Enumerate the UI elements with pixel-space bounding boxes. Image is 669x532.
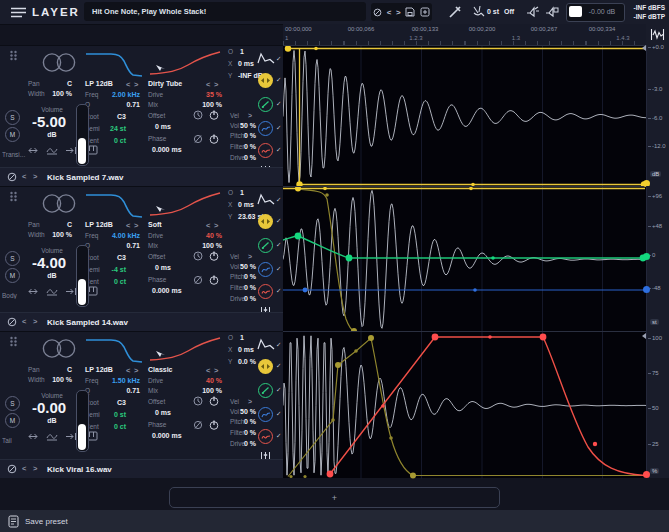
reverse-icon[interactable]: [27, 146, 39, 155]
volume-envelope-icon[interactable]: [258, 359, 273, 374]
tune-value[interactable]: 0 st: [487, 8, 499, 15]
adsr-envelope-icon[interactable]: [257, 193, 275, 206]
layer-name[interactable]: Body: [2, 292, 26, 299]
filter-mod-value[interactable]: 0 %: [232, 429, 256, 436]
pan-value[interactable]: C: [44, 221, 72, 228]
solo-button[interactable]: S: [5, 110, 20, 125]
filter-mod-value[interactable]: 0 %: [232, 143, 256, 150]
check-icon[interactable]: ✓: [276, 386, 281, 394]
drive-value[interactable]: 40 %: [170, 377, 222, 384]
mute-button[interactable]: M: [5, 413, 20, 428]
drive-curve-graph[interactable]: [146, 47, 224, 77]
save-preset-icon[interactable]: [8, 515, 19, 528]
pitch-envelope-2[interactable]: [283, 236, 645, 258]
sample-bypass-icon[interactable]: [7, 464, 17, 474]
filter-prev-icon[interactable]: <: [126, 222, 130, 229]
offset-power-icon[interactable]: [209, 110, 219, 120]
phase-value[interactable]: 0.000 ms: [152, 287, 182, 294]
check-icon[interactable]: ✓: [276, 410, 281, 418]
drive-envelope-icon[interactable]: [258, 143, 273, 158]
output-gain-box[interactable]: -0.00 dB: [566, 3, 625, 22]
next-sample-icon[interactable]: >: [33, 465, 37, 472]
layer-drag-handle-icon[interactable]: [9, 50, 18, 61]
freq-value[interactable]: 4.00 kHz: [98, 232, 140, 239]
drive-next-icon[interactable]: >: [214, 367, 218, 374]
volume-fader[interactable]: [76, 104, 89, 166]
semi-value[interactable]: 24 st: [98, 125, 126, 132]
filter-envelope-icon[interactable]: [258, 407, 273, 422]
filter-next-icon[interactable]: >: [134, 81, 138, 88]
drive-value[interactable]: 35 %: [170, 91, 222, 98]
wave-panel-3[interactable]: [283, 331, 646, 478]
check-icon[interactable]: ✓: [276, 217, 281, 225]
phase-power-icon[interactable]: [209, 420, 219, 430]
volume-fader-handle[interactable]: [78, 138, 86, 164]
filter-curve-graph[interactable]: [85, 188, 143, 218]
cent-value[interactable]: 0 ct: [98, 423, 126, 430]
sample-file-row[interactable]: < > Kick Sampled 7.wav: [0, 167, 283, 186]
snap-end-icon[interactable]: [65, 432, 77, 441]
waveform-zoom-corner[interactable]: [646, 24, 669, 45]
save-preset-button[interactable]: Save preset: [25, 517, 68, 526]
mute-button[interactable]: M: [5, 268, 20, 283]
filter-prev-icon[interactable]: <: [126, 367, 130, 374]
check-icon[interactable]: ✓: [276, 241, 281, 249]
solo-button[interactable]: S: [5, 396, 20, 411]
wave-panel-2[interactable]: [283, 186, 646, 331]
offset-value[interactable]: 0 ms: [155, 123, 171, 130]
offset-value[interactable]: 0 ms: [155, 409, 171, 416]
volume-fader[interactable]: [76, 245, 89, 307]
filter-next-icon[interactable]: >: [134, 367, 138, 374]
vel-value[interactable]: >: [248, 398, 252, 405]
volume-fader-handle[interactable]: [78, 279, 86, 305]
volume-envelope-icon[interactable]: [258, 73, 273, 88]
sample-file-name[interactable]: Kick Viral 16.wav: [47, 465, 112, 474]
drive-scale-dot[interactable]: [643, 471, 650, 478]
check-icon[interactable]: ✓: [276, 76, 281, 84]
semi-value[interactable]: -4 st: [98, 266, 126, 273]
sample-file-row[interactable]: < > Kick Viral 16.wav: [0, 459, 283, 478]
timeline-ruler[interactable]: 00:00,000 00:00,066 00:00,133 00:00,200 …: [283, 24, 646, 46]
volume-fader[interactable]: [76, 390, 89, 452]
prev-sample-icon[interactable]: <: [22, 465, 26, 472]
envelope-points-1[interactable]: [285, 46, 646, 187]
sample-bypass-icon[interactable]: [7, 317, 17, 327]
phase-invert-icon[interactable]: [193, 420, 203, 430]
fade-icon[interactable]: [46, 146, 58, 155]
drive-type[interactable]: Classic: [148, 366, 173, 373]
next-sample-icon[interactable]: >: [33, 173, 37, 180]
filter-envelope-icon[interactable]: [258, 262, 273, 277]
point-o-value[interactable]: 1: [240, 48, 244, 55]
vel-value[interactable]: >: [248, 112, 252, 119]
output-gain-handle[interactable]: [569, 6, 582, 17]
pitch-mod-value[interactable]: 0 %: [232, 132, 256, 139]
root-value[interactable]: C3: [98, 113, 126, 120]
stereo-width-icon[interactable]: [40, 338, 78, 359]
drive-mod-value[interactable]: 0 %: [232, 295, 256, 302]
q-value[interactable]: 0.71: [98, 101, 140, 108]
snap-end-icon[interactable]: [65, 146, 77, 155]
point-y-value[interactable]: 0.0 %: [238, 358, 256, 365]
volume-value[interactable]: -4.00: [20, 254, 78, 271]
check-icon[interactable]: ✓: [276, 55, 281, 63]
check-icon[interactable]: ✓: [276, 432, 281, 440]
drive-type[interactable]: Dirty Tube: [148, 80, 182, 87]
filter-curve-graph[interactable]: [85, 333, 143, 363]
pitch-scale-dot[interactable]: [643, 253, 650, 260]
mute-button[interactable]: M: [5, 127, 20, 142]
filter-mod-value[interactable]: 0 %: [232, 284, 256, 291]
drive-curve-graph[interactable]: [146, 188, 224, 218]
volume-envelope-icon[interactable]: [258, 214, 273, 229]
pitch-mod-value[interactable]: 0 %: [232, 273, 256, 280]
layer-name[interactable]: Tail: [2, 437, 26, 444]
sample-bypass-icon[interactable]: [7, 172, 17, 182]
q-value[interactable]: 0.71: [98, 242, 140, 249]
root-value[interactable]: C3: [98, 254, 126, 261]
offset-power-icon[interactable]: [209, 251, 219, 261]
offset-sync-icon[interactable]: [193, 110, 203, 120]
phase-value[interactable]: 0.000 ms: [152, 432, 182, 439]
phase-power-icon[interactable]: [209, 275, 219, 285]
vol-mod-value[interactable]: 50 %: [232, 408, 256, 415]
scale-st[interactable]: +96 +48 0 -48 st: [646, 186, 669, 331]
freq-value[interactable]: 1.50 kHz: [98, 377, 140, 384]
